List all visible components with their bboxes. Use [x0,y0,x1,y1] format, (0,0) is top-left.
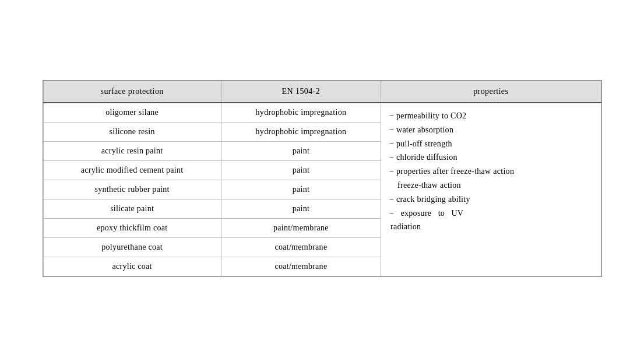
prop-text-8: − exposure to UV [389,206,463,220]
header-surface-protection: surface protection [43,81,221,103]
cell-surface-1: oligomer silane [43,103,221,123]
prop-text-1: − permeability to CO2 [389,109,466,123]
main-table: surface protection EN 1504-2 properties … [43,80,602,277]
cell-surface-6: silicate paint [43,200,221,219]
cell-en1504-3: paint [221,142,381,161]
cell-properties: − permeability to CO2 − water absorption… [381,103,601,276]
prop-text-2: − water absorption [389,123,453,137]
prop-item-2: − water absorption [389,123,592,137]
prop-item-8: − exposure to UV [389,206,592,220]
prop-item-4: − chloride diffusion [389,150,592,164]
prop-item-3: − pull-off strength [389,137,592,151]
table-row: oligomer silane hydrophobic impregnation… [43,103,601,123]
header-properties: properties [381,81,601,103]
cell-surface-9: acrylic coat [43,257,221,276]
cell-surface-8: polyurethane coat [43,238,221,257]
prop-item-6: freeze-thaw action [389,178,592,192]
prop-item-7: − crack bridging ability [389,192,592,206]
prop-item-5: − properties after freeze-thaw action [389,164,592,178]
cell-surface-5: synthetic rubber paint [43,180,221,200]
cell-surface-3: acrylic resin paint [43,142,221,161]
cell-surface-7: epoxy thickfilm coat [43,219,221,238]
prop-text-4: − chloride diffusion [389,150,458,164]
cell-en1504-7: paint/membrane [221,219,381,238]
prop-item-1: − permeability to CO2 [389,109,592,123]
cell-en1504-5: paint [221,180,381,200]
cell-en1504-4: paint [221,161,381,180]
prop-text-5: − properties after freeze-thaw action [389,164,514,178]
prop-text-3: − pull-off strength [389,137,452,151]
cell-en1504-6: paint [221,200,381,219]
cell-surface-2: silicone resin [43,123,221,142]
cell-en1504-2: hydrophobic impregnation [221,123,381,142]
cell-en1504-9: coat/membrane [221,257,381,276]
cell-en1504-8: coat/membrane [221,238,381,257]
prop-item-9: radiation [389,220,592,234]
prop-text-7: − crack bridging ability [389,192,470,206]
prop-text-6: freeze-thaw action [397,181,461,190]
cell-en1504-1: hydrophobic impregnation [221,103,381,123]
cell-surface-4: acrylic modified cement paint [43,161,221,180]
prop-text-9: radiation [390,222,421,231]
header-en1504: EN 1504-2 [221,81,381,103]
